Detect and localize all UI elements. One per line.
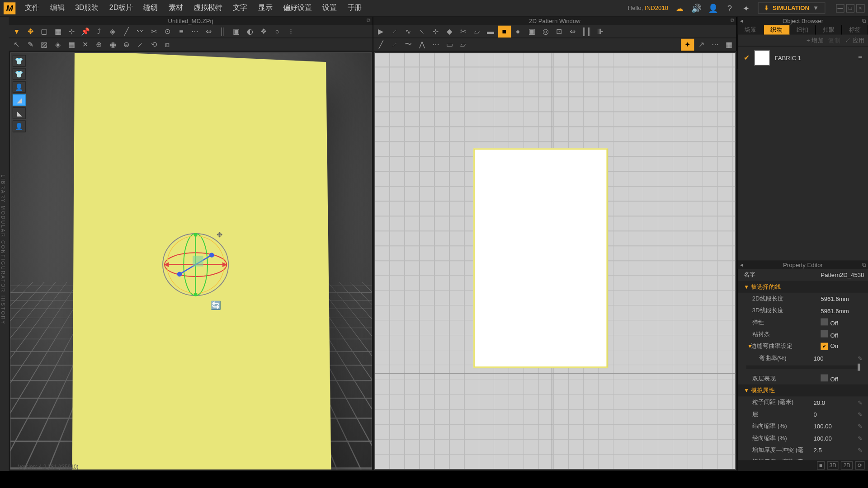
thick-icon[interactable]: ◣ (13, 107, 26, 119)
sync-icon[interactable]: ✦ (681, 38, 694, 50)
texture-icon[interactable]: ▨ (38, 38, 51, 50)
apply-button[interactable]: ↙ 应用 (845, 36, 864, 44)
sound-icon[interactable]: 🔊 (691, 3, 702, 14)
arrow-icon[interactable]: ↖ (10, 38, 23, 50)
tab-fabric[interactable]: 织物 (764, 25, 790, 34)
simulate-icon[interactable]: ▼ (10, 25, 23, 37)
view-mode-3d[interactable]: 3D (827, 461, 839, 469)
tack-icon[interactable]: ✂ (147, 25, 160, 37)
fold-icon[interactable]: ⤴ (92, 25, 105, 37)
pattern-rectangle[interactable] (473, 148, 608, 367)
annotation-icon[interactable]: ⊪ (594, 25, 607, 37)
menu-2d-pattern[interactable]: 2D板片 (104, 0, 137, 15)
fabric-list-item[interactable]: ✔ FABRIC 1 ≡ (738, 47, 868, 69)
menu-settings[interactable]: 设置 (318, 0, 342, 15)
popout-icon[interactable]: ⧉ (862, 18, 866, 24)
add-point-icon[interactable]: ∿ (401, 25, 415, 37)
show-3d-icon[interactable]: ↗ (695, 38, 708, 50)
menu-manual[interactable]: 手册 (343, 0, 367, 15)
grid-icon[interactable]: ⋯ (708, 38, 722, 50)
window-close-button[interactable]: × (856, 4, 864, 12)
edit-curve-icon[interactable]: ⟋ (388, 25, 401, 37)
arrange-icon[interactable]: ◈ (106, 25, 119, 37)
snapshot-icon[interactable]: ⧈ (161, 38, 174, 50)
monochrome-icon[interactable]: 👤 (13, 120, 26, 132)
select-move-icon[interactable]: ✥ (24, 25, 37, 37)
iron-icon[interactable]: ▱ (457, 38, 470, 50)
topstitch-icon[interactable]: ⋯ (189, 25, 202, 37)
view-shaded-icon[interactable]: ◉ (106, 38, 119, 50)
piping-icon[interactable]: ◐ (243, 25, 256, 37)
print-layout-icon[interactable]: ▦ (65, 38, 78, 50)
trace-2d-icon[interactable]: ▬ (484, 25, 497, 37)
avatar-tape-icon[interactable]: ✕ (79, 38, 92, 50)
fabric-swatch[interactable] (755, 50, 770, 66)
menu-3d-garment[interactable]: 3D服装 (71, 0, 104, 15)
copy-button[interactable]: 复制 (828, 36, 840, 44)
popout-icon[interactable]: ⧉ (862, 261, 866, 268)
zipper-icon[interactable]: ≡ (175, 25, 188, 37)
select-mesh-icon[interactable]: ▦ (51, 25, 64, 37)
internal-circle-icon[interactable]: ◎ (539, 25, 552, 37)
popout-icon[interactable]: ⧉ (731, 17, 734, 24)
2d-viewport[interactable] (374, 52, 736, 469)
simulation-mode-button[interactable]: ⬇SIMULATION▼ (758, 2, 826, 14)
measure-icon[interactable]: ⊕ (92, 38, 105, 50)
notch-icon[interactable]: ⊹ (429, 25, 442, 37)
tab-tag[interactable]: 标签 (842, 25, 868, 34)
popout-icon[interactable]: ⧉ (367, 17, 370, 24)
topstitch-2d-icon[interactable]: ⋯ (429, 38, 442, 50)
menu-sewing[interactable]: 缝纫 (139, 0, 163, 15)
edit-pattern-icon[interactable]: ▶ (374, 25, 387, 37)
view-mode-all[interactable]: ■ (816, 461, 825, 469)
curvature-slider[interactable] (746, 366, 860, 369)
circle-tool-icon[interactable]: ● (511, 25, 524, 37)
edit-texture-icon[interactable]: ✎ (24, 38, 37, 50)
cloud-icon[interactable]: ☁ (674, 3, 685, 14)
link-icon[interactable]: ⟋ (133, 38, 146, 50)
trace-icon[interactable]: ❖ (257, 25, 270, 37)
add-button[interactable]: + 增加 (807, 36, 824, 44)
rectangle-tool-icon[interactable]: ■ (498, 25, 511, 37)
slash-icon[interactable]: ✂ (457, 25, 470, 37)
user-icon[interactable]: 👤 (708, 3, 718, 14)
text-icon[interactable]: ⁝ (284, 25, 297, 37)
view-mode-refresh[interactable]: ⟳ (855, 461, 864, 469)
tab-button[interactable]: 纽扣 (790, 25, 816, 34)
seam-taping-icon[interactable]: ▭ (443, 38, 456, 50)
fabric-menu-icon[interactable]: ≡ (858, 54, 862, 62)
line-sewing-icon[interactable]: ╱ (120, 25, 133, 37)
camera-icon[interactable]: ⟲ (147, 38, 160, 50)
free-sewing-icon[interactable]: 〰 (133, 25, 146, 37)
internal-rect-icon[interactable]: ▣ (525, 25, 538, 37)
segment-sewing-icon[interactable]: ⟋ (388, 38, 401, 50)
collapse-icon[interactable]: ◂ (740, 262, 743, 267)
mirror-paste-icon[interactable]: ⇔ (202, 25, 215, 37)
window-minimize-button[interactable]: — (836, 4, 844, 12)
left-dock-strip[interactable]: LIBRARY MODULAR CONFIGURATOR HISTORY (0, 17, 9, 471)
menu-display[interactable]: 显示 (253, 0, 277, 15)
ruler-icon[interactable]: ▦ (722, 38, 735, 50)
3d-viewport[interactable]: ✥ 🔄 👕 👕 👤 ◢ ◣ 👤 (10, 52, 372, 469)
layer-clone-icon[interactable]: ▣ (230, 25, 243, 37)
graphic-icon[interactable]: ◈ (51, 38, 64, 50)
gift-icon[interactable]: ✦ (741, 3, 752, 14)
menu-avatar[interactable]: 虚拟模特 (189, 0, 227, 15)
seam-allow-icon[interactable]: ▱ (470, 25, 483, 37)
select-rect-icon[interactable]: ▢ (38, 25, 51, 37)
menu-edit[interactable]: 编辑 (45, 0, 69, 15)
dart-icon[interactable]: ◆ (443, 25, 456, 37)
lasso-icon[interactable]: ○ (271, 25, 284, 37)
garment-display-icon[interactable]: 👕 (13, 55, 26, 66)
menu-material[interactable]: 素材 (164, 0, 188, 15)
transform-icon[interactable]: ⟍ (415, 25, 429, 37)
rotation-gizmo[interactable] (160, 229, 231, 300)
pin-icon[interactable]: 📌 (79, 25, 92, 37)
baseline-icon[interactable]: ⊡ (552, 25, 566, 37)
garment-fit-icon[interactable]: 👕 (13, 68, 26, 80)
help-icon[interactable]: ? (724, 3, 735, 14)
view-wire-icon[interactable]: ⊜ (120, 38, 133, 50)
menu-file[interactable]: 文件 (20, 0, 44, 15)
collapse-icon[interactable]: ◂ (740, 18, 743, 24)
tab-scene[interactable]: 场景 (738, 25, 764, 34)
